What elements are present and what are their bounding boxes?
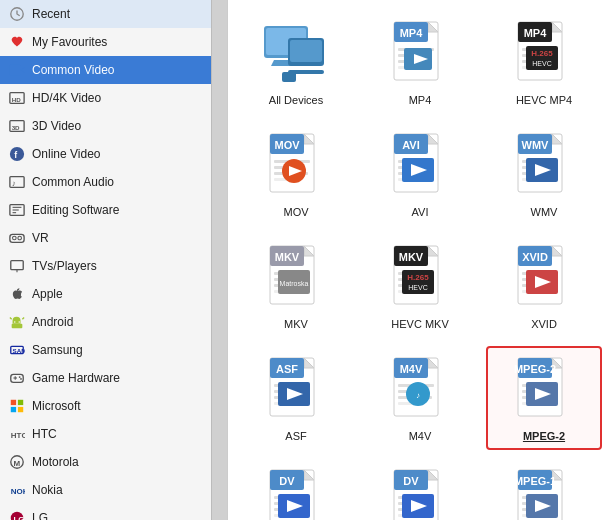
sidebar-item-recent[interactable]: Recent [0,0,211,28]
sidebar-item-label: HD/4K Video [32,91,101,105]
svg-text:HTC: HTC [11,431,25,440]
mpeg2-icon: MPEG-2 [508,354,580,426]
format-item-wmv[interactable]: WMV WMV [486,122,602,226]
sidebar: RecentMy FavouritesCommon VideoHDHD/4K V… [0,0,228,520]
svg-line-23 [22,318,24,320]
m4v-icon: M4V ♪ [384,354,456,426]
sidebar-item-common-video[interactable]: Common Video [0,56,211,84]
format-item-dv-pal[interactable]: DV DV-PAL [362,458,478,520]
sidebar-item-vr[interactable]: VR [0,224,211,252]
svg-text:♪: ♪ [12,179,16,188]
sidebar-item-samsung[interactable]: SAMSamsung [0,336,211,364]
vr-icon [8,229,26,247]
sidebar-item-tvs-players[interactable]: TVs/Players [0,252,211,280]
editing-software-icon [8,201,26,219]
sidebar-item-label: VR [32,231,49,245]
format-label: WMV [531,206,558,218]
sidebar-item-nokia[interactable]: NOKNokia [0,476,211,504]
format-item-asf[interactable]: ASF ASF [238,346,354,450]
svg-text:MP4: MP4 [524,27,548,39]
svg-text:M4V: M4V [400,363,423,375]
samsung-icon: SAM [8,341,26,359]
sidebar-item-label: HTC [32,427,57,441]
svg-rect-15 [10,234,24,242]
common-video-icon [8,61,26,79]
sidebar-item-label: Common Video [32,63,115,77]
format-item-hevc-mkv[interactable]: MKV H.265 HEVC HEVC MKV [362,234,478,338]
svg-rect-35 [11,407,16,412]
svg-text:3D: 3D [12,124,20,131]
format-item-all-devices[interactable]: All Devices [238,10,354,114]
svg-text:NOK: NOK [11,487,25,496]
format-label: MP4 [409,94,432,106]
device-tab-label[interactable] [219,436,221,444]
svg-point-32 [20,378,22,380]
format-item-mpeg1[interactable]: MPEG-1 MPEG-1 [486,458,602,520]
svg-text:DV: DV [279,475,295,487]
sidebar-item-android[interactable]: Android [0,308,211,336]
svg-rect-18 [11,261,23,270]
svg-rect-48 [290,40,322,62]
sidebar-item-label: Online Video [32,147,101,161]
sidebar-item-online-video[interactable]: fOnline Video [0,140,211,168]
format-tab-label[interactable] [219,76,221,84]
hevc-mkv-icon: MKV H.265 HEVC [384,242,456,314]
format-item-hevc-mp4[interactable]: MP4 H.265 HEVC HEVC MP4 [486,10,602,114]
svg-text:AVI: AVI [402,139,420,151]
recent-icon [8,5,26,23]
sidebar-item-3d-video[interactable]: 3D3D Video [0,112,211,140]
svg-rect-36 [18,407,23,412]
sidebar-item-htc[interactable]: HTCHTC [0,420,211,448]
format-item-m4v[interactable]: M4V ♪ M4V [362,346,478,450]
sidebar-item-label: Microsoft [32,399,81,413]
common-audio-icon: ♪ [8,173,26,191]
sidebar-item-label: Motorola [32,455,79,469]
svg-text:SAM: SAM [13,347,25,354]
format-item-mpeg2[interactable]: MPEG-2 MPEG-2 [486,346,602,450]
sidebar-item-editing-software[interactable]: Editing Software [0,196,211,224]
sidebar-item-label: Recent [32,7,70,21]
sidebar-item-label: Editing Software [32,203,119,217]
format-item-mkv[interactable]: MKV Matroska MKV [238,234,354,338]
lg-icon: LG [8,509,26,520]
svg-marker-2 [21,67,25,72]
svg-text:MKV: MKV [275,251,300,263]
format-label: MKV [284,318,308,330]
sidebar-item-label: Game Hardware [32,371,120,385]
format-label: MOV [283,206,308,218]
online-video-icon: f [8,145,26,163]
tvs-players-icon [8,257,26,275]
htc-icon: HTC [8,425,26,443]
svg-point-16 [13,236,17,240]
sidebar-item-my-favourites[interactable]: My Favourites [0,28,211,56]
sidebar-item-label: 3D Video [32,119,81,133]
sidebar-item-label: Samsung [32,343,83,357]
dv-ntsc-icon: DV [260,466,332,520]
sidebar-item-lg[interactable]: LGLG [0,504,211,520]
format-item-xvid[interactable]: XVID XVID [486,234,602,338]
main-content: All Devices MP4 MP4 MP4 H.265 HEVC HEVC … [228,0,612,520]
sidebar-item-game-hardware[interactable]: Game Hardware [0,364,211,392]
sidebar-item-microsoft[interactable]: Microsoft [0,392,211,420]
mov-icon: MOV [260,130,332,202]
svg-rect-1 [10,65,21,76]
format-item-mp4[interactable]: MP4 MP4 [362,10,478,114]
3d-video-icon: 3D [8,117,26,135]
dv-pal-icon: DV [384,466,456,520]
sidebar-item-common-audio[interactable]: ♪Common Audio [0,168,211,196]
format-item-avi[interactable]: AVI AVI [362,122,478,226]
svg-text:DV: DV [403,475,419,487]
format-item-dv-ntsc[interactable]: DV DV-NTSC [238,458,354,520]
sidebar-item-label: Nokia [32,483,63,497]
hevc-mp4-icon: MP4 H.265 HEVC [508,18,580,90]
svg-text:ASF: ASF [276,363,298,375]
format-item-mov[interactable]: MOV MOV [238,122,354,226]
sidebar-item-hd-4k[interactable]: HDHD/4K Video [0,84,211,112]
microsoft-icon [8,397,26,415]
svg-text:M: M [13,459,20,468]
svg-point-31 [19,376,21,378]
sidebar-item-motorola[interactable]: MMotorola [0,448,211,476]
sidebar-item-apple[interactable]: Apple [0,280,211,308]
svg-point-17 [18,236,22,240]
wmv-icon: WMV [508,130,580,202]
